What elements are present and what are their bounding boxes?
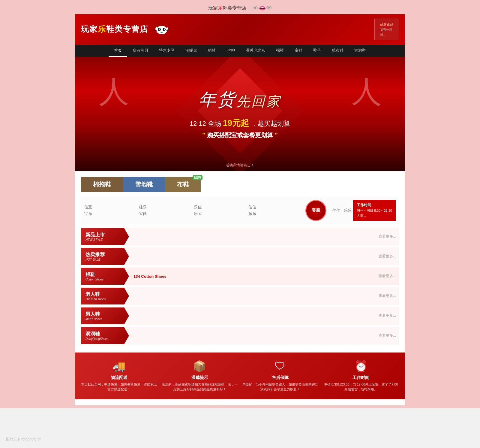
cat-tab-cloth[interactable]: 布鞋 NEW: [165, 177, 201, 192]
link-item[interactable]: 宝乐: [84, 211, 135, 216]
promo-line1: 12·12 全场 19元起 ，越买越划算: [190, 117, 291, 129]
header-logo: 玩家乐鞋类专营店: [81, 23, 171, 35]
link-item-r2[interactable]: 乐乐: [344, 208, 352, 213]
nav-item-warm[interactable]: 温暖老北京: [240, 45, 271, 57]
header-promo-banner: 品牌正品 货有一品 藏...: [374, 19, 399, 40]
work-time-label: 工作时间: [357, 202, 392, 208]
reminder-icon: 📦: [162, 360, 238, 373]
section-hot-sale: 热卖推荐 HOT SALE 查看更多...: [81, 247, 399, 265]
logistics-icon: 🚚: [81, 360, 157, 373]
nav-item-special[interactable]: 特惠专区: [154, 45, 180, 57]
section-cotton-shoes: 棉鞋 Cotton Shoes 134 Cotton Shoes 查看更多...: [81, 267, 399, 285]
section-content-old-man: [132, 295, 379, 298]
section-content-mens: [132, 314, 379, 317]
section-dongdong-shoes: 洞洞鞋 DongDongShoes 查看更多...: [81, 327, 399, 345]
svg-point-6: [164, 29, 165, 30]
customer-service-button[interactable]: 客服: [305, 200, 326, 221]
cotton-shoes-count: 134 Cotton Shoes: [134, 274, 166, 279]
work-time-title: 工作时间: [323, 375, 399, 380]
category-tabs: 棉拖鞋 雪地靴 布鞋 NEW: [81, 177, 399, 192]
clock-icon: ⏰: [323, 360, 399, 373]
pre-header-title: 玩家乐鞋类专营店: [208, 5, 247, 11]
section-label-old-man: 老人鞋 Old man shoes: [81, 288, 129, 304]
nav-item-unn[interactable]: UNN: [221, 45, 240, 57]
new-badge: NEW: [193, 175, 202, 180]
cat-logo-icon: [153, 23, 171, 35]
promo-line2: " 购买搭配宝或套餐更划算 ": [190, 131, 291, 139]
nav-item-boots[interactable]: 靴子: [308, 45, 326, 57]
section-label-cotton-shoes: 棉鞋 Cotton Shoes: [81, 268, 129, 285]
hero-chinese-text: 年货先回家: [199, 88, 281, 111]
hero-title: 年货先回家: [199, 88, 281, 111]
service-logistics: 🚚 物流配送 本店默认全网，中通快递，如需变换快递，请跟我以官方快递配送！: [81, 360, 157, 392]
link-grid-right: 佳佳 乐乐: [332, 208, 352, 213]
link-item-r1[interactable]: 佳佳: [332, 208, 340, 213]
nav-item-all[interactable]: 所有宝贝: [127, 45, 154, 57]
section-new-style: 新品上市 NEW STYLE 查看更多...: [81, 228, 399, 246]
link-item[interactable]: 乐乐: [248, 211, 299, 216]
work-time-desc: 单价 8:30到23:30，当 17:00停止发货，这了了7:00开始发货，随时…: [323, 382, 399, 392]
section-label-new: 新品上市 NEW STYLE: [81, 228, 129, 245]
link-grid: 佳宝 桂乐 乐佳 佳佳 宝乐 宝佳 乐宝 乐乐 客服 佳佳 乐乐 工作时间 周一…: [81, 197, 399, 224]
category-section: 棉拖鞋 雪地靴 布鞋 NEW 佳宝 桂乐 乐佳 佳佳 宝乐 宝佳 乐宝 乐乐: [75, 171, 405, 405]
cat-tab-snow[interactable]: 雪地靴: [123, 177, 165, 192]
activity-link[interactable]: 活动详情请点击！: [226, 163, 254, 168]
nav-item-cool[interactable]: 酷鞋: [202, 45, 221, 57]
section-label-dongdong: 洞洞鞋 DongDongShoes: [81, 327, 129, 344]
svg-point-0: [156, 26, 167, 34]
hero-promo: 12·12 全场 19元起 ，越买越划算 " 购买搭配宝或套餐更划算 ": [190, 117, 291, 139]
section-content-hot: [132, 255, 379, 258]
service-work-time: ⏰ 工作时间 单价 8:30到23:30，当 17:00停止发货，这了了7:00…: [323, 360, 399, 392]
link-item[interactable]: 佳佳: [248, 204, 299, 210]
nav-item-hole[interactable]: 洞洞鞋: [349, 45, 371, 57]
nav-item-kids[interactable]: 童鞋: [289, 45, 308, 57]
section-content-dongdong: [132, 334, 379, 337]
product-sections: 新品上市 NEW STYLE 查看更多... 热卖推荐 HOT SALE 查看更…: [75, 224, 405, 348]
logistics-desc: 本店默认全网，中通快递，如需变换快递，请跟我以官方快递配送！: [81, 382, 157, 392]
header: 玩家乐鞋类专营店: [75, 14, 405, 45]
work-time-box: 工作时间 周一～周日 8:30～23:30 大事...: [353, 200, 396, 221]
navigation-bar: 首页 所有宝贝 特惠专区 洗呢鬼 酷鞋 UNN 温暖老北京 棉鞋 童鞋 靴子 航…: [75, 45, 405, 57]
section-label-hot: 热卖推荐 HOT SALE: [81, 248, 129, 265]
link-item[interactable]: 桂乐: [139, 204, 190, 210]
shield-icon: 🛡: [242, 360, 319, 373]
work-time-note: 大事...: [357, 213, 392, 219]
section-mens-shoes: 男人鞋 Men's shoes 查看更多...: [81, 307, 399, 325]
hero-banner: 人 人 年货先回家 12·12 全场 19元起 ，越买越划算 " 购买搭配宝或套…: [75, 57, 405, 171]
reminder-title: 温馨提示: [162, 375, 238, 380]
after-sales-title: 售后保障: [242, 375, 319, 380]
link-item[interactable]: 佳宝: [84, 204, 135, 210]
nav-item-xini[interactable]: 洗呢鬼: [180, 45, 202, 57]
cat-tab-cotton[interactable]: 棉拖鞋: [81, 177, 123, 192]
see-more-old-man[interactable]: 查看更多...: [379, 293, 399, 298]
nav-item-home[interactable]: 首页: [109, 45, 127, 57]
see-more-dongdong[interactable]: 查看更多...: [379, 333, 399, 338]
main-container: 玩家乐鞋类专营店: [75, 14, 405, 405]
section-content-cotton: 134 Cotton Shoes: [132, 272, 379, 280]
logistics-title: 物流配送: [81, 375, 157, 380]
work-time-hours: 周一～周日 8:30～23:30: [357, 208, 392, 213]
nav-item-cotton[interactable]: 棉鞋: [271, 45, 289, 57]
service-reminder: 📦 温馨提示 亲爱的，食品在透明通知您在商品规规范范，亲，一定要三好好好商品的商…: [162, 360, 238, 392]
store-name: 玩家乐鞋类专营店: [81, 24, 148, 35]
see-more-mens[interactable]: 查看更多...: [379, 313, 399, 318]
section-label-mens: 男人鞋 Men's shoes: [81, 307, 129, 324]
see-more-new[interactable]: 查看更多...: [379, 234, 399, 239]
link-item[interactable]: 乐佳: [194, 204, 245, 210]
service-bar: 🚚 物流配送 本店默认全网，中通快递，如需变换快递，请跟我以官方快递配送！ 📦 …: [75, 353, 405, 399]
pre-header-icons: 👁👄👁: [253, 5, 272, 12]
reminder-desc: 亲爱的，食品在透明通知您在商品规规范范，亲，一定要三好好好商品的商品质量和好！: [162, 382, 238, 392]
see-more-cotton[interactable]: 查看更多...: [379, 274, 399, 279]
section-old-man-shoes: 老人鞋 Old man shoes 查看更多...: [81, 287, 399, 305]
nav-item-canvas[interactable]: 航布鞋: [326, 45, 349, 57]
link-grid-left: 佳宝 桂乐 乐佳 佳佳 宝乐 宝佳 乐宝 乐乐: [84, 204, 299, 216]
after-sales-desc: 亲爱的，当小件问题需要跟人，如果需要面换的得到满意我们会尽量全力以赴！: [242, 382, 319, 392]
see-more-hot[interactable]: 查看更多...: [379, 254, 399, 259]
section-content-new: [132, 235, 379, 238]
link-item[interactable]: 宝佳: [139, 211, 190, 216]
svg-point-5: [159, 29, 160, 30]
service-after-sales: 🛡 售后保障 亲爱的，当小件问题需要跟人，如果需要面换的得到满意我们会尽量全力以…: [242, 360, 319, 392]
link-item[interactable]: 乐宝: [194, 211, 245, 216]
